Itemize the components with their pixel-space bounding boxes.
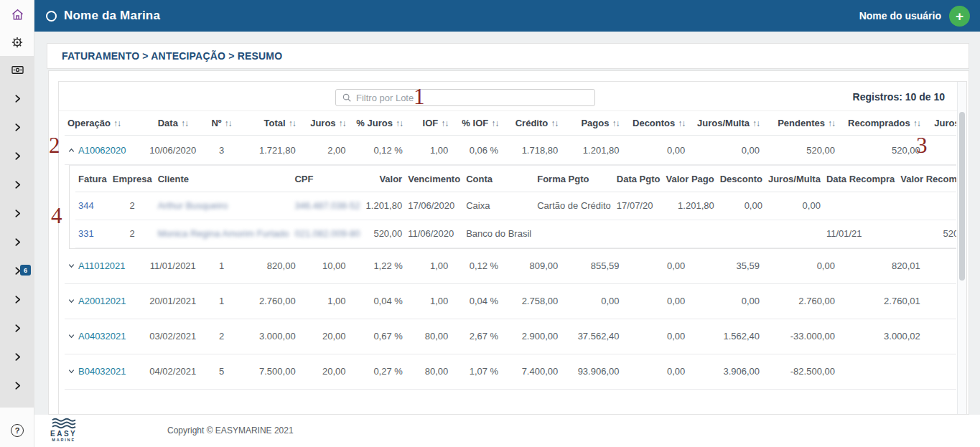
cell-pagos: 0,00 [561, 283, 622, 319]
column-header-juros_recompra[interactable]: Juros Recompra↑↓ [923, 111, 956, 136]
sort-icon[interactable]: ↑↓ [181, 118, 188, 128]
invoice-cell-juros_multa [765, 220, 823, 248]
sort-icon[interactable]: ↑↓ [441, 118, 448, 128]
user-name[interactable]: Nome do usuário [859, 10, 941, 22]
brand-circle-icon [46, 11, 57, 22]
cell-p_iof: 0,12 % [451, 249, 501, 284]
invoice-link[interactable]: 331 [78, 228, 94, 239]
sort-icon[interactable]: ↑↓ [225, 118, 232, 128]
invoice-cell-fatura[interactable]: 331 [75, 220, 110, 248]
operation-toggle-cell[interactable]: A10062020 [65, 136, 140, 165]
sidebar-item-menu-8[interactable] [0, 287, 34, 311]
sidebar-item-menu-2[interactable] [0, 115, 34, 139]
invoice-cell-juros_multa: 0,00 [765, 192, 823, 220]
sidebar-item-menu-7[interactable]: 6 [0, 258, 34, 283]
invoice-row-344: 3442Arthur Busqueiro346.487.038-521.201,… [75, 192, 956, 220]
invoice-link[interactable]: 344 [78, 200, 94, 211]
operation-code[interactable]: A10062020 [78, 145, 126, 156]
column-header-decontos[interactable]: Decontos↑↓ [622, 111, 688, 136]
invoice-column-forma_pgto: Forma Pgto [534, 167, 614, 192]
operation-code[interactable]: A04032021 [78, 331, 126, 342]
user-avatar-button[interactable]: + [949, 6, 970, 27]
sort-icon[interactable]: ↑↓ [752, 118, 760, 128]
expand-icon[interactable] [67, 297, 75, 305]
column-header-juros_multa[interactable]: Juros/Multa↑↓ [688, 111, 762, 136]
sidebar-item-menu-1[interactable] [0, 86, 34, 110]
sort-icon[interactable]: ↑↓ [678, 118, 685, 128]
column-header-juros[interactable]: Juros↑↓ [299, 111, 349, 136]
sidebar-item-menu-9[interactable] [0, 316, 34, 340]
expand-icon[interactable] [67, 332, 75, 340]
cell-data: 11/01/2021 [140, 249, 206, 284]
operation-toggle-cell[interactable]: A04032021 [65, 319, 140, 354]
sidebar-item-menu-4[interactable] [0, 172, 34, 197]
column-header-pagos[interactable]: Pagos↑↓ [561, 111, 622, 136]
sidebar-item-menu-6[interactable] [0, 230, 34, 254]
operation-code[interactable]: B04032021 [78, 366, 126, 377]
sort-icon[interactable]: ↑↓ [289, 118, 296, 128]
column-header-total[interactable]: Total↑↓ [237, 111, 298, 136]
vertical-scrollbar[interactable] [957, 82, 966, 414]
column-label: Pagos [581, 118, 609, 128]
cell-total: 1.721,80 [237, 136, 298, 165]
cell-juros_multa: 3.906,00 [688, 354, 762, 389]
breadcrumb: FATURAMENTO > ANTECIPAÇÃO > RESUMO [47, 43, 969, 69]
expand-icon[interactable] [67, 367, 75, 375]
sidebar-item-menu-11[interactable] [0, 373, 34, 397]
operation-code[interactable]: A11012021 [78, 260, 126, 271]
sidebar-item-menu-3[interactable] [0, 143, 34, 168]
sort-icon[interactable]: ↑↓ [551, 118, 558, 128]
invoice-row-331: 3312Monica Regina Amorim Furtado021.082.… [75, 220, 956, 248]
sort-icon[interactable]: ↑↓ [913, 118, 920, 128]
column-header-p_iof[interactable]: % IOF↑↓ [451, 111, 501, 136]
operation-toggle-cell[interactable]: A11012021 [65, 249, 140, 284]
sort-icon[interactable]: ↑↓ [113, 118, 121, 128]
chevron-right-icon [13, 352, 22, 362]
invoice-cell-valor_recompra: 520,00 [897, 220, 956, 248]
operation-toggle-cell[interactable]: A20012021 [65, 283, 140, 319]
sort-icon[interactable]: ↑↓ [491, 118, 498, 128]
top-header-bar: Nome da Marina Nome do usuário + [34, 0, 980, 32]
column-header-recomprados[interactable]: Recomprados↑↓ [838, 111, 923, 136]
cell-p_juros: 1,22 % [349, 249, 406, 284]
sidebar-item-home[interactable] [0, 2, 34, 27]
sort-icon[interactable]: ↑↓ [396, 118, 403, 128]
cell-credito: 2.900,00 [501, 319, 561, 354]
scrollbar-thumb[interactable] [959, 112, 965, 281]
column-header-n[interactable]: Nº↑↓ [206, 111, 238, 136]
invoice-column-valor: Valor [363, 167, 406, 192]
column-header-p_juros[interactable]: % Juros↑↓ [349, 111, 406, 136]
filter-field[interactable] [335, 89, 595, 106]
sort-icon[interactable]: ↑↓ [828, 118, 835, 128]
cell-pendentes: -82.500,00 [762, 354, 838, 389]
filter-input[interactable] [356, 93, 589, 103]
operation-toggle-cell[interactable]: B04032021 [65, 354, 140, 389]
column-header-credito[interactable]: Crédito↑↓ [501, 111, 561, 136]
sidebar-item-gear[interactable] [0, 30, 34, 55]
column-header-iof[interactable]: IOF↑↓ [406, 111, 451, 136]
sidebar-item-menu-10[interactable] [0, 344, 34, 369]
collapse-icon[interactable] [67, 146, 75, 154]
cell-recomprados: 3.000,02 [838, 319, 923, 354]
table-scroll-area: Operação↑↓Data↑↓Nº↑↓Total↑↓Juros↑↓% Juro… [65, 111, 956, 414]
column-header-data[interactable]: Data↑↓ [140, 111, 206, 136]
sort-icon[interactable]: ↑↓ [612, 118, 619, 128]
invoice-column-valor_pago: Valor Pago [663, 167, 717, 192]
invoice-cell-cpf: 021.082.009-80 [291, 220, 363, 248]
column-header-operacao[interactable]: Operação↑↓ [65, 111, 140, 136]
column-header-pendentes[interactable]: Pendentes↑↓ [762, 111, 838, 136]
cell-iof: 1,00 [406, 249, 451, 284]
help-button[interactable]: ? [0, 418, 34, 443]
invoice-column-data_recompra: Data Recompra [823, 167, 897, 192]
invoice-column-valor_recompra: Valor Recompra [897, 167, 956, 192]
operation-code[interactable]: A20012021 [78, 296, 126, 306]
cell-n: 1 [206, 249, 238, 284]
sidebar-item-money[interactable] [0, 57, 34, 82]
sidebar-item-menu-5[interactable] [0, 201, 34, 225]
gear-icon [11, 36, 24, 49]
invoice-cell-fatura[interactable]: 344 [75, 192, 110, 220]
cell-pendentes: 0,00 [762, 249, 838, 284]
expand-icon[interactable] [67, 262, 75, 270]
cell-p_iof: 2,67 % [451, 319, 501, 354]
sort-icon[interactable]: ↑↓ [339, 118, 346, 128]
